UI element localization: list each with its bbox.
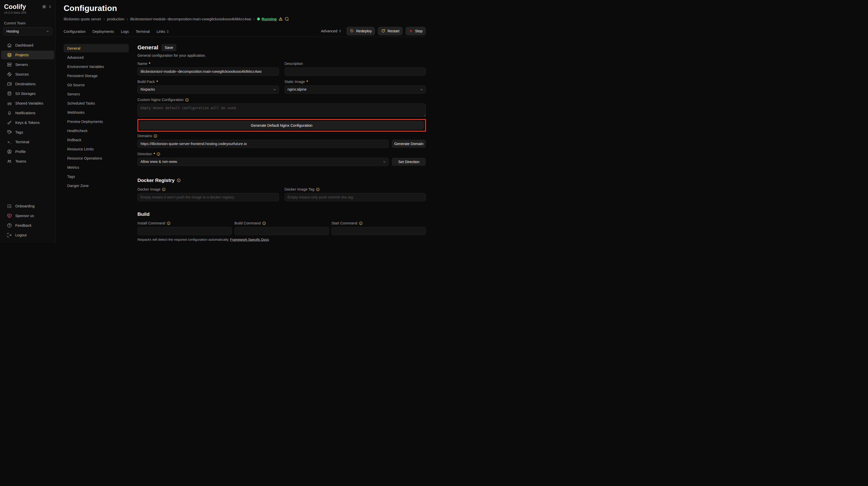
sidebar-item-feedback[interactable]: Feedback	[1, 221, 54, 230]
sidebar-item-projects[interactable]: Projects	[1, 51, 54, 59]
direction-label: Direction*	[137, 152, 426, 156]
build-title: Build	[137, 212, 426, 217]
description-label: Description	[285, 62, 426, 66]
map-icon	[7, 81, 12, 87]
stop-button[interactable]: Stop	[405, 27, 426, 35]
static-image-select[interactable]	[285, 86, 426, 94]
sidebar-item-tags[interactable]: Tags	[1, 128, 54, 137]
subnav-danger-zone[interactable]: Danger Zone	[64, 182, 129, 190]
sidebar-item-servers[interactable]: Servers	[1, 60, 54, 69]
status-text[interactable]: Running	[262, 17, 277, 21]
generate-nginx-highlight: Generate Default Nginx Configuration	[137, 119, 426, 132]
name-input[interactable]	[137, 67, 279, 75]
sidebar-item-destinations[interactable]: Destinations	[1, 79, 54, 88]
tab-deployments[interactable]: Deployments	[92, 30, 114, 34]
restart-button[interactable]: Restart	[378, 27, 403, 35]
shared-variables-icon: (x)	[7, 100, 12, 106]
sidebar-item-sponsor[interactable]: Sponsor us	[1, 212, 54, 220]
docker-image-label: Docker Image	[137, 187, 279, 191]
info-icon[interactable]	[177, 179, 181, 183]
tab-terminal[interactable]: Terminal	[136, 30, 150, 34]
refresh-icon[interactable]	[285, 17, 289, 21]
info-icon[interactable]	[167, 221, 170, 225]
domains-input[interactable]	[137, 140, 389, 148]
install-command-label: Install Command	[137, 221, 232, 225]
sidebar-item-profile[interactable]: Profile	[1, 147, 54, 156]
start-command-label: Start Command	[332, 221, 426, 225]
subnav-webhooks[interactable]: Webhooks	[64, 108, 129, 117]
info-icon[interactable]	[359, 221, 363, 225]
redeploy-button[interactable]: Redeploy	[346, 27, 375, 35]
info-icon[interactable]	[162, 188, 166, 191]
sidebar-item-sources[interactable]: Sources	[1, 70, 54, 78]
subnav-persistent-storage[interactable]: Persistent Storage	[64, 71, 129, 80]
subnav-scheduled-tasks[interactable]: Scheduled Tasks	[64, 99, 129, 107]
subnav-resource-operations[interactable]: Resource Operations	[64, 154, 129, 162]
git-source-icon	[7, 71, 12, 77]
info-icon[interactable]	[185, 98, 189, 102]
sidebar-item-dashboard[interactable]: Dashboard	[1, 41, 54, 50]
team-select-value: Hosting	[6, 29, 19, 33]
direction-select[interactable]	[137, 158, 389, 166]
server-icon	[7, 62, 12, 67]
sidebar-item-terminal[interactable]: >_ Terminal	[1, 138, 54, 146]
tab-bar: Configuration Deployments Logs Terminal …	[64, 26, 426, 37]
subnav-rollback[interactable]: Rollback	[64, 136, 129, 144]
breadcrumb: illicitonion quote server › production ›…	[64, 17, 426, 21]
info-icon[interactable]	[154, 134, 157, 138]
breadcrumb-environment[interactable]: production	[107, 17, 124, 21]
team-select[interactable]: Hosting	[3, 27, 52, 35]
sidebar-item-logout[interactable]: Logout	[1, 231, 54, 239]
description-input[interactable]	[285, 67, 426, 75]
subnav-environment-variables[interactable]: Environment Variables	[64, 62, 129, 71]
docker-image-input[interactable]	[137, 193, 279, 201]
info-icon[interactable]	[316, 188, 320, 191]
nginx-config-textarea[interactable]	[137, 103, 426, 117]
breadcrumb-project[interactable]: illicitonion quote server	[64, 17, 101, 21]
subnav-preview-deployments[interactable]: Preview Deployments	[64, 117, 129, 126]
chevron-down-icon	[46, 30, 50, 33]
tags-icon	[7, 130, 12, 135]
restart-icon	[381, 29, 385, 33]
docker-image-tag-input[interactable]	[285, 193, 426, 201]
tab-configuration[interactable]: Configuration	[64, 30, 86, 34]
generate-domain-button[interactable]: Generate Domain	[392, 140, 426, 148]
subnav-advanced[interactable]: Advanced	[64, 53, 129, 62]
app-root: Coolify v4.0.0-beta.399 Current Team Hos…	[0, 0, 434, 243]
generate-nginx-button[interactable]: Generate Default Nginx Configuration	[140, 121, 424, 130]
subnav-servers[interactable]: Servers	[64, 90, 129, 98]
info-icon[interactable]	[262, 221, 266, 225]
sidebar-footer: Onboarding Sponsor us Feedback Logout	[0, 202, 55, 240]
build-pack-select[interactable]	[137, 86, 279, 94]
theme-sun-icon[interactable]	[42, 5, 46, 9]
subnav-healthcheck[interactable]: Healthcheck	[64, 126, 129, 135]
advanced-dropdown[interactable]: Advanced	[321, 29, 342, 33]
breadcrumb-application[interactable]: illicitestonion/-module--decomposition:m…	[130, 17, 251, 21]
logout-icon	[7, 232, 12, 238]
redeploy-icon	[350, 29, 354, 33]
sidebar-item-teams[interactable]: Teams	[1, 157, 54, 166]
database-icon	[7, 91, 12, 96]
framework-docs-link[interactable]: Framework Specific Docs	[230, 238, 269, 241]
subnav-resource-limits[interactable]: Resource Limits	[64, 145, 129, 153]
subnav-git-source[interactable]: Git Source	[64, 80, 129, 89]
theme-selector-icon[interactable]	[49, 5, 52, 8]
install-command-input[interactable]	[137, 227, 232, 235]
tab-logs[interactable]: Logs	[121, 30, 129, 34]
domains-label: Domains	[137, 134, 426, 138]
sidebar-item-shared-variables[interactable]: (x) Shared Variables	[1, 99, 54, 108]
info-icon[interactable]	[157, 152, 160, 156]
heart-icon	[7, 213, 12, 219]
tab-links[interactable]: Links	[157, 30, 169, 34]
subnav-tags[interactable]: Tags	[64, 172, 129, 181]
subnav-metrics[interactable]: Metrics	[64, 163, 129, 171]
save-button[interactable]: Save	[161, 44, 177, 51]
sidebar-item-notifications[interactable]: Notifications	[1, 109, 54, 117]
set-direction-button[interactable]: Set Direction	[392, 158, 426, 166]
sidebar-item-keys-tokens[interactable]: Keys & Tokens	[1, 118, 54, 127]
build-command-input[interactable]	[235, 227, 329, 235]
sidebar-item-s3-storages[interactable]: S3 Storages	[1, 89, 54, 98]
subnav-general[interactable]: General	[64, 44, 129, 53]
start-command-input[interactable]	[332, 227, 426, 235]
sidebar-item-onboarding[interactable]: Onboarding	[1, 202, 54, 210]
